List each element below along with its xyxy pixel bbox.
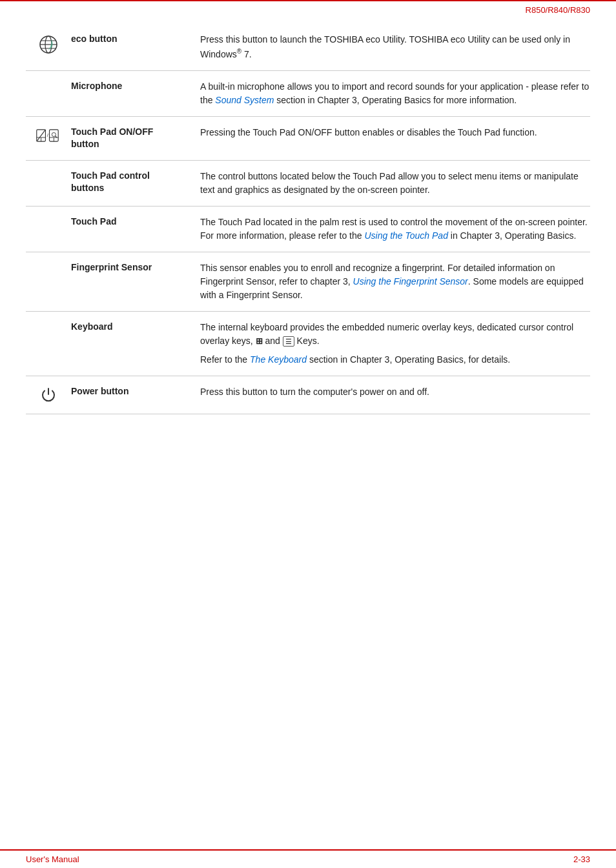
keyboard-icon	[26, 321, 71, 322]
eco-icon	[26, 33, 71, 55]
keyboard-desc: The internal keyboard provides the embed…	[200, 321, 590, 367]
svg-point-13	[52, 132, 56, 136]
content-area: eco button Press this button to launch t…	[0, 17, 616, 641]
table-row: eco button Press this button to launch t…	[26, 24, 590, 71]
fingerprint-sensor-link[interactable]: Using the Fingerprint Sensor	[353, 276, 468, 287]
eco-button-name: eco button	[71, 33, 200, 46]
touchpad-control-desc: The control buttons located below the To…	[200, 170, 590, 197]
table-row: / Touch Pad ON/OFFbutton Pressing the To…	[26, 117, 590, 161]
keyboard-name: Keyboard	[71, 321, 200, 334]
footer-right: 2-33	[573, 854, 590, 864]
power-button-desc: Press this button to turn the computer's…	[200, 385, 590, 399]
touchpad-control-name: Touch Pad controlbuttons	[71, 170, 200, 195]
table-row: Keyboard The internal keyboard provides …	[26, 312, 590, 376]
touchpad-onoff-icon: /	[26, 126, 71, 144]
microphone-icon	[26, 80, 71, 81]
fingerprint-name: Fingerprint Sensor	[71, 261, 200, 274]
svg-text:/: /	[47, 132, 49, 137]
top-bar: R850/R840/R830	[0, 0, 616, 17]
fingerprint-icon	[26, 261, 71, 263]
keyboard-link[interactable]: The Keyboard	[250, 354, 307, 365]
microphone-name: Microphone	[71, 80, 200, 93]
table-row: Power button Press this button to turn t…	[26, 376, 590, 414]
sound-system-link[interactable]: Sound System	[215, 95, 274, 105]
eco-button-desc: Press this button to launch the TOSHIBA …	[200, 33, 590, 61]
footer-bar: User's Manual 2-33	[0, 849, 616, 868]
power-icon	[26, 385, 71, 405]
touchpad-main-icon	[26, 216, 71, 217]
touchpad-onoff-desc: Pressing the Touch Pad ON/OFF button ena…	[200, 126, 590, 139]
touchpad-control-icon	[26, 170, 71, 171]
fingerprint-desc: This sensor enables you to enroll and re…	[200, 261, 590, 302]
page-container: R850/R840/R830 eco button Press this but…	[0, 0, 616, 868]
using-touchpad-link[interactable]: Using the Touch Pad	[364, 230, 447, 241]
table-row: Microphone A built-in microphone allows …	[26, 71, 590, 117]
table-row: Fingerprint Sensor This sensor enables y…	[26, 252, 590, 312]
microphone-desc: A built-in microphone allows you to impo…	[200, 80, 590, 107]
touchpad-onoff-name: Touch Pad ON/OFFbutton	[71, 126, 200, 151]
touchpad-main-name: Touch Pad	[71, 216, 200, 228]
touchpad-main-desc: The Touch Pad located in the palm rest i…	[200, 216, 590, 243]
table-row: Touch Pad The Touch Pad located in the p…	[26, 207, 590, 252]
footer-left: User's Manual	[26, 854, 79, 864]
table-row: Touch Pad controlbuttons The control but…	[26, 161, 590, 207]
power-button-name: Power button	[71, 385, 200, 398]
menu-key-icon: ☰	[283, 336, 294, 347]
spacer	[0, 641, 616, 849]
header-title: R850/R840/R830	[526, 5, 590, 15]
